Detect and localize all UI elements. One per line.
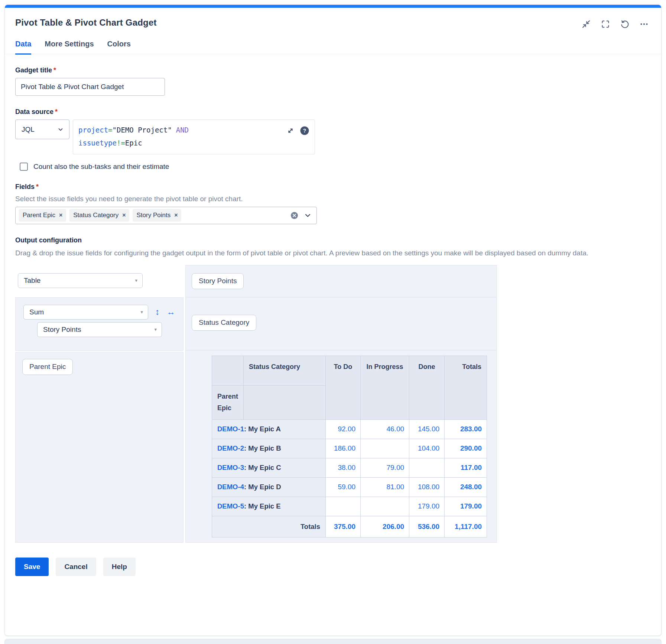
required-asterisk: *: [53, 66, 56, 74]
pivot-preview-zone: Status Category To Do In Progress Done T…: [186, 350, 497, 542]
page-title: Pivot Table & Pivot Chart Gadget: [15, 17, 157, 28]
required-asterisk: *: [36, 183, 39, 190]
jql-line-2: issuetype!=Epic: [78, 137, 281, 150]
pivot-totals-row: Totals 375.00 206.00 536.00 1,117.00: [212, 516, 487, 537]
pivot-total-cell: 536.00: [409, 516, 445, 537]
pivot-blank-header-cell: [244, 385, 326, 419]
data-source-type-value: JQL: [22, 125, 35, 134]
pivot-row-total-cell: 283.00: [445, 419, 487, 439]
pivot-col-header-inprogress: In Progress: [361, 356, 409, 419]
pivot-value-cell: 38.00: [326, 458, 361, 477]
tab-bar: Data More Settings Colors: [5, 40, 661, 54]
jql-line-1: project="DEMO Project"AND: [78, 124, 281, 137]
issue-key: DEMO-5: [217, 502, 244, 510]
pivot-value-cell: 104.00: [409, 439, 445, 458]
columns-chip-status-category[interactable]: Status Category: [192, 315, 256, 331]
more-options-icon[interactable]: [640, 20, 649, 29]
pivot-row-label: DEMO-2: My Epic B: [212, 439, 326, 458]
columns-and-preview-panel: Story Points Status Category Status Cate…: [185, 265, 497, 543]
action-buttons: Save Cancel Help: [15, 558, 651, 576]
refresh-icon[interactable]: [620, 20, 629, 29]
output-config-builder: Table ▾ Sum ▾ ↕ ↔ Story Points: [15, 265, 651, 543]
pivot-row-total-cell: 117.00: [445, 458, 487, 477]
aggregation-field-dropdown[interactable]: Story Points ▾: [37, 322, 162, 337]
jql-editor[interactable]: project="DEMO Project"AND issuetype!=Epi…: [73, 120, 315, 154]
tab-colors[interactable]: Colors: [107, 40, 131, 54]
subtasks-checkbox-label: Count also the sub-tasks and their estim…: [33, 163, 169, 171]
save-button[interactable]: Save: [15, 558, 49, 576]
columns-dropzone[interactable]: Status Category: [186, 297, 497, 350]
remove-chip-icon[interactable]: ×: [122, 212, 126, 218]
chevron-down-icon: [57, 126, 64, 133]
card-header: Pivot Table & Pivot Chart Gadget: [15, 8, 651, 29]
required-asterisk: *: [55, 108, 58, 115]
gadget-config-card: Pivot Table & Pivot Chart Gadget: [4, 4, 662, 636]
pivot-total-cell: 375.00: [326, 516, 361, 537]
help-icon[interactable]: ?: [300, 126, 309, 135]
pivot-row-total-cell: 290.00: [445, 439, 487, 458]
chevron-down-icon[interactable]: [304, 212, 311, 219]
fields-description: Select the issue fields you need to gene…: [15, 195, 651, 203]
pivot-value-cell: [409, 458, 445, 477]
values-dropzone[interactable]: Story Points: [186, 265, 497, 297]
pivot-value-cell: 179.00: [409, 497, 445, 516]
pivot-col-header-done: Done: [409, 356, 445, 419]
gadget-title-label: Gadget title*: [15, 66, 651, 74]
output-configuration-heading: Output configuration: [15, 236, 651, 244]
issue-key: DEMO-4: [217, 483, 244, 491]
expand-editor-icon[interactable]: [286, 127, 295, 135]
aggregation-field-value: Story Points: [43, 326, 81, 334]
next-gadget-edge: [4, 639, 662, 644]
pivot-row-total-cell: 248.00: [445, 477, 487, 497]
values-chip-story-points[interactable]: Story Points: [192, 273, 244, 289]
issue-key: DEMO-1: [217, 425, 244, 433]
minimize-icon[interactable]: [582, 20, 591, 29]
subtasks-option: Count also the sub-tasks and their estim…: [20, 163, 651, 171]
pivot-value-cell: 145.00: [409, 419, 445, 439]
fields-multiselect[interactable]: Parent Epic× Status Category× Story Poin…: [15, 207, 317, 224]
fields-label: Fields*: [15, 183, 651, 191]
pivot-value-cell: 79.00: [361, 458, 409, 477]
pivot-value-cell: [361, 439, 409, 458]
remove-chip-icon[interactable]: ×: [59, 212, 62, 218]
remove-chip-icon[interactable]: ×: [174, 212, 178, 218]
view-type-value: Table: [24, 277, 40, 285]
page: Pivot Table & Pivot Chart Gadget: [0, 0, 666, 644]
pivot-value-cell: 108.00: [409, 477, 445, 497]
view-type-dropdown[interactable]: Table ▾: [18, 273, 143, 288]
field-chip-status-category[interactable]: Status Category×: [69, 209, 129, 222]
rows-chip-parent-epic[interactable]: Parent Epic: [22, 359, 73, 375]
pivot-value-cell: 186.00: [326, 439, 361, 458]
swap-vertical-icon[interactable]: ↕: [155, 308, 160, 316]
pivot-row: DEMO-5: My Epic E 179.00 179.00: [212, 497, 487, 516]
output-configuration-description: Drag & drop the issue fields for configu…: [15, 248, 651, 259]
pivot-col-dimension-header: Status Category: [244, 356, 326, 385]
pivot-value-cell: [326, 497, 361, 516]
issue-key: DEMO-2: [217, 444, 244, 452]
data-source-label: Data source*: [15, 108, 651, 116]
field-chip-story-points[interactable]: Story Points×: [133, 209, 181, 222]
subtasks-checkbox[interactable]: [20, 163, 28, 171]
pivot-value-cell: 81.00: [361, 477, 409, 497]
clear-all-icon[interactable]: [290, 212, 298, 219]
pivot-row-label: DEMO-5: My Epic E: [212, 497, 326, 516]
aggregation-dropdown[interactable]: Sum ▾: [23, 305, 148, 320]
tab-data[interactable]: Data: [15, 40, 31, 55]
pivot-col-header-totals: Totals: [445, 356, 487, 419]
cancel-button[interactable]: Cancel: [56, 558, 96, 576]
data-source-type-select[interactable]: JQL: [15, 120, 69, 139]
swap-horizontal-icon[interactable]: ↔: [167, 308, 175, 316]
pivot-total-cell: 206.00: [361, 516, 409, 537]
fullscreen-icon[interactable]: [601, 20, 610, 29]
pivot-row: DEMO-4: My Epic D 59.00 81.00 108.00 248…: [212, 477, 487, 497]
pivot-value-cell: 59.00: [326, 477, 361, 497]
help-button[interactable]: Help: [103, 558, 136, 576]
field-chip-parent-epic[interactable]: Parent Epic×: [19, 209, 66, 222]
pivot-corner-cell: [212, 356, 244, 385]
rows-dropzone[interactable]: Parent Epic: [15, 352, 183, 543]
gadget-title-input[interactable]: [15, 78, 165, 96]
pivot-value-cell: 92.00: [326, 419, 361, 439]
pivot-preview-table: Status Category To Do In Progress Done T…: [212, 356, 487, 537]
caret-down-icon: ▾: [135, 278, 137, 283]
tab-more-settings[interactable]: More Settings: [45, 40, 94, 54]
